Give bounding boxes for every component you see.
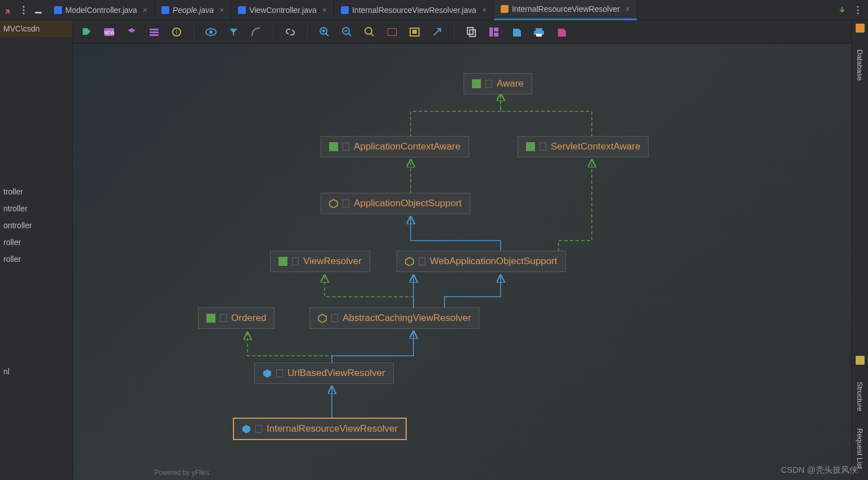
tag-icon[interactable]	[81, 26, 92, 38]
svg-rect-24	[489, 28, 493, 37]
zoom-out-icon[interactable]	[341, 26, 353, 38]
tree-item[interactable]: troller	[3, 183, 73, 200]
tab-label: ModelController.java	[65, 6, 137, 15]
zoom-reset-icon[interactable]	[364, 26, 375, 38]
right-sidebar: Database Structure Request List	[851, 20, 868, 480]
tree-item[interactable]: roller	[3, 251, 73, 268]
separator	[307, 26, 308, 38]
svg-rect-43	[276, 369, 283, 377]
svg-rect-30	[472, 79, 481, 88]
zoom-in-icon[interactable]	[319, 26, 330, 38]
java-icon	[161, 6, 169, 14]
java-icon	[238, 6, 246, 14]
fit-icon[interactable]	[386, 26, 398, 38]
curve-icon[interactable]	[250, 26, 262, 38]
svg-rect-9	[150, 29, 159, 30]
close-icon[interactable]: ×	[143, 6, 147, 15]
svg-point-0	[23, 6, 25, 7]
close-icon[interactable]: ×	[322, 6, 327, 15]
node-view-resolver[interactable]: ViewResolver	[270, 251, 370, 272]
copy-icon[interactable]	[466, 26, 477, 38]
svg-rect-10	[150, 31, 159, 33]
request-list-tool[interactable]: Request List	[856, 428, 864, 469]
svg-text:I: I	[176, 29, 178, 35]
svg-point-2	[23, 12, 25, 14]
separator	[273, 26, 273, 38]
java-icon	[341, 6, 349, 14]
structure-icon[interactable]	[856, 356, 865, 365]
svg-text:NEW: NEW	[104, 30, 114, 35]
node-application-object-support[interactable]: ApplicationObjectSupport	[321, 193, 470, 214]
separator	[454, 26, 455, 38]
svg-rect-21	[412, 30, 417, 34]
svg-rect-42	[331, 314, 338, 322]
tab-view-controller[interactable]: ViewController.java×	[231, 0, 334, 20]
tree-item[interactable]: ntroller	[3, 200, 73, 217]
tab-label: InternalResourceViewResolver	[512, 4, 620, 13]
svg-rect-25	[494, 28, 498, 31]
tree-item[interactable]: roller	[3, 234, 73, 251]
diagram-canvas[interactable]: Aware ApplicationContextAware ServletCon…	[73, 44, 851, 480]
tab-people[interactable]: People.java×	[155, 0, 231, 20]
close-icon[interactable]: ×	[626, 4, 630, 13]
node-url-based-view-resolver[interactable]: UrlBasedViewResolver	[254, 363, 394, 384]
database-tool[interactable]: Database	[856, 49, 864, 81]
tab-irvr-diagram[interactable]: InternalResourceViewResolver×	[494, 0, 637, 20]
tab-irvr-java[interactable]: InternalResourceViewResolver.java×	[334, 0, 494, 20]
top-right-controls	[832, 6, 868, 15]
node-web-application-object-support[interactable]: WebApplicationObjectSupport	[397, 251, 566, 272]
structure-tool[interactable]: Structure	[856, 382, 864, 411]
svg-point-4	[857, 6, 859, 7]
node-application-context-aware[interactable]: ApplicationContextAware	[321, 136, 469, 157]
pack-icon[interactable]	[126, 26, 137, 38]
node-aware[interactable]: Aware	[464, 73, 532, 94]
svg-rect-27	[536, 28, 542, 31]
tree-item[interactable]: nl	[3, 363, 73, 380]
node-label: AbstractCachingViewResolver	[343, 313, 471, 324]
layout-icon[interactable]	[488, 26, 500, 38]
database-icon[interactable]	[856, 24, 865, 33]
svg-rect-11	[150, 34, 159, 36]
filter-icon[interactable]	[228, 26, 239, 38]
node-ordered[interactable]: Ordered	[198, 307, 275, 329]
save-icon[interactable]	[511, 26, 522, 38]
svg-rect-26	[494, 33, 498, 37]
close-icon[interactable]: ×	[482, 6, 487, 15]
tab-model-controller[interactable]: ModelController.java×	[47, 0, 155, 20]
new-icon[interactable]: NEW	[104, 26, 115, 38]
node-label: Ordered	[231, 313, 266, 324]
tree-item[interactable]: ontroller	[3, 217, 73, 234]
minimize-icon[interactable]	[34, 6, 43, 15]
separator	[194, 26, 194, 38]
more-icon[interactable]	[19, 6, 28, 15]
top-left-controls	[0, 6, 47, 15]
svg-rect-32	[329, 142, 338, 151]
svg-point-15	[209, 30, 213, 34]
eye-icon[interactable]	[205, 26, 217, 38]
node-servlet-context-aware[interactable]: ServletContextAware	[518, 136, 649, 157]
svg-point-6	[857, 12, 859, 14]
svg-rect-44	[255, 425, 262, 433]
info-icon[interactable]: I	[171, 26, 182, 38]
svg-rect-38	[292, 257, 299, 265]
node-label: InternalResourceViewResolver	[267, 423, 398, 434]
more-icon[interactable]	[853, 6, 862, 15]
breadcrumb[interactable]: MVC\csdn	[0, 20, 73, 37]
download-icon[interactable]	[838, 6, 847, 15]
save-pink-icon[interactable]	[556, 26, 567, 38]
fit-sel-icon[interactable]	[409, 26, 420, 38]
java-icon	[54, 6, 62, 14]
print-icon[interactable]	[533, 26, 545, 38]
arrow-icon[interactable]	[431, 26, 443, 38]
collapse-icon[interactable]	[5, 6, 14, 15]
svg-rect-41	[220, 314, 227, 322]
list-icon[interactable]	[149, 26, 160, 38]
svg-rect-40	[206, 314, 215, 323]
node-internal-resource-view-resolver[interactable]: InternalResourceViewResolver	[233, 418, 407, 440]
node-label: ViewResolver	[303, 256, 362, 267]
link-icon[interactable]	[285, 26, 296, 38]
close-icon[interactable]: ×	[219, 6, 224, 15]
node-abstract-caching-view-resolver[interactable]: AbstractCachingViewResolver	[309, 307, 479, 329]
powered-by: Powered by yFiles	[154, 469, 209, 477]
svg-rect-35	[539, 143, 546, 151]
